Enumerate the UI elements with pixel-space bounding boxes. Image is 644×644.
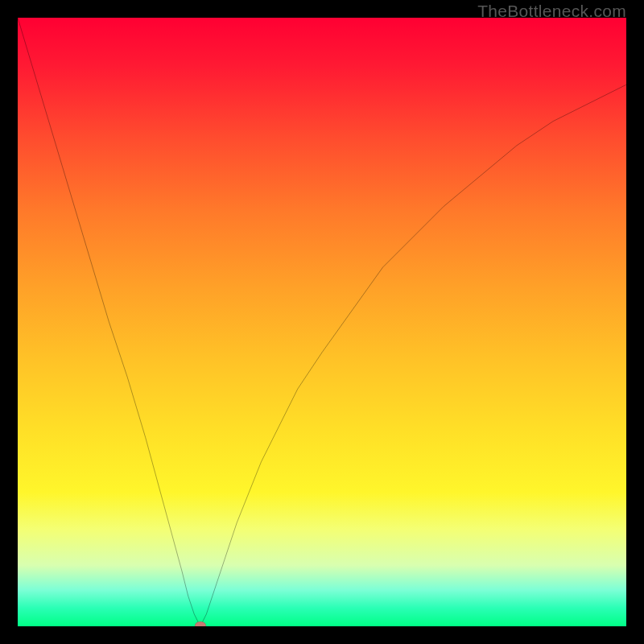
bottleneck-curve [18, 18, 626, 626]
watermark-text: TheBottleneck.com [477, 2, 626, 21]
plot-area [18, 18, 626, 626]
optimal-point-marker [195, 621, 206, 626]
chart-frame: TheBottleneck.com [0, 0, 644, 644]
curve-svg [18, 18, 626, 626]
